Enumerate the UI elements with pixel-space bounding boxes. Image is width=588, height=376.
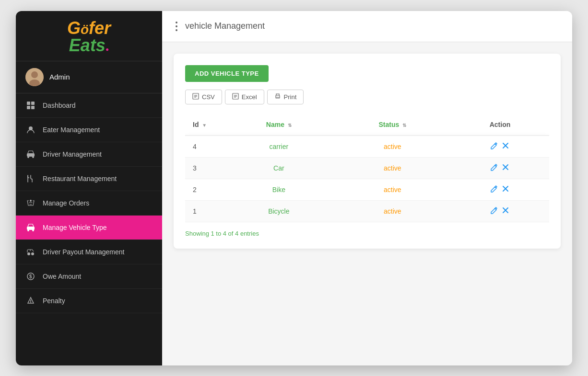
delete-button[interactable] xyxy=(502,142,509,151)
driver-management-icon xyxy=(25,149,36,160)
excel-button[interactable]: Excel xyxy=(225,90,264,104)
svg-point-16 xyxy=(31,252,34,255)
cell-name: Bike xyxy=(223,179,334,200)
add-vehicle-type-button[interactable]: ADD VEHICLE TYPE xyxy=(185,65,269,82)
edit-button[interactable] xyxy=(490,142,498,151)
topbar-menu-button[interactable] xyxy=(174,20,179,33)
svg-rect-3 xyxy=(27,102,30,105)
app-container: Göfer Eats● Admin xyxy=(16,11,572,365)
page-title: vehicle Management xyxy=(185,21,265,31)
cell-action xyxy=(451,179,549,200)
sidebar-item-restaurant-management-label: Restaurant Management xyxy=(43,175,117,182)
table-header: Id ▼ Name ⇅ Status ⇅ xyxy=(185,114,549,136)
id-sort-icon: ▼ xyxy=(202,123,207,128)
excel-label: Excel xyxy=(242,93,257,101)
svg-point-10 xyxy=(32,156,34,158)
table-row: 4 carrier active xyxy=(185,136,549,158)
menu-dot-1 xyxy=(176,22,177,23)
sidebar-item-dashboard-label: Dashboard xyxy=(43,102,76,109)
restaurant-management-icon xyxy=(25,173,36,184)
sidebar-item-dashboard[interactable]: Dashboard xyxy=(16,93,162,118)
sidebar: Göfer Eats● Admin xyxy=(16,11,162,365)
col-header-status[interactable]: Status ⇅ xyxy=(334,114,451,136)
table-body: 4 carrier active xyxy=(185,136,549,222)
cell-status: active xyxy=(334,179,451,200)
col-header-id[interactable]: Id ▼ xyxy=(185,114,223,136)
cell-status: active xyxy=(334,136,451,158)
sidebar-item-restaurant-management[interactable]: Restaurant Management xyxy=(16,167,162,191)
delete-button[interactable] xyxy=(502,185,509,194)
csv-icon xyxy=(192,93,199,101)
svg-text:$: $ xyxy=(29,274,32,279)
main-card: ADD VEHICLE TYPE CSV xyxy=(174,54,561,249)
svg-point-11 xyxy=(30,200,32,202)
main-content: vehicle Management ADD VEHICLE TYPE xyxy=(162,11,572,365)
penalty-icon xyxy=(25,296,36,306)
sidebar-item-driver-management-label: Driver Management xyxy=(43,150,102,158)
vehicle-table: Id ▼ Name ⇅ Status ⇅ xyxy=(185,114,549,222)
topbar: vehicle Management xyxy=(162,11,572,42)
driver-payout-icon xyxy=(25,247,36,257)
svg-point-13 xyxy=(27,229,29,231)
name-sort-icon: ⇅ xyxy=(288,123,292,128)
menu-dot-3 xyxy=(176,29,177,31)
table-footer: Showing 1 to 4 of 4 entries xyxy=(185,230,549,237)
edit-button[interactable] xyxy=(490,206,498,216)
sidebar-item-manage-vehicle-type[interactable]: Manage Vehicle Type xyxy=(16,216,162,240)
sidebar-admin[interactable]: Admin xyxy=(16,61,162,93)
cell-action xyxy=(451,200,549,222)
sidebar-item-penalty[interactable]: Penalty xyxy=(16,289,162,313)
svg-point-9 xyxy=(27,156,29,158)
table-row: 2 Bike active xyxy=(185,179,549,200)
sidebar-item-driver-payout[interactable]: Driver Payout Management xyxy=(16,240,162,264)
svg-point-15 xyxy=(27,252,30,255)
delete-button[interactable] xyxy=(502,206,509,216)
cell-action xyxy=(451,157,549,179)
cell-id: 3 xyxy=(185,157,223,179)
svg-rect-21 xyxy=(276,95,280,98)
cell-name: Car xyxy=(223,157,334,179)
delete-button[interactable] xyxy=(502,163,509,173)
edit-button[interactable] xyxy=(490,185,498,194)
sidebar-item-manage-orders[interactable]: Manage Orders xyxy=(16,191,162,216)
table-row: 3 Car active xyxy=(185,157,549,179)
svg-point-1 xyxy=(31,71,38,78)
content-area: ADD VEHICLE TYPE CSV xyxy=(162,42,572,365)
status-sort-icon: ⇅ xyxy=(402,123,406,128)
edit-button[interactable] xyxy=(490,163,498,173)
sidebar-item-manage-vehicle-type-label: Manage Vehicle Type xyxy=(43,224,107,231)
eater-management-icon xyxy=(25,125,36,135)
cell-action xyxy=(451,136,549,158)
cell-id: 2 xyxy=(185,179,223,200)
csv-button[interactable]: CSV xyxy=(185,90,222,104)
print-button[interactable]: Print xyxy=(267,90,304,104)
menu-dot-2 xyxy=(176,25,177,27)
col-header-name[interactable]: Name ⇅ xyxy=(223,114,334,136)
sidebar-item-penalty-label: Penalty xyxy=(43,297,65,305)
sidebar-item-driver-management[interactable]: Driver Management xyxy=(16,142,162,167)
cell-name: Bicycle xyxy=(223,200,334,222)
cell-id: 4 xyxy=(185,136,223,158)
col-header-action: Action xyxy=(451,114,549,136)
sidebar-item-eater-management[interactable]: Eater Management xyxy=(16,118,162,142)
print-label: Print xyxy=(284,93,297,101)
sidebar-item-manage-orders-label: Manage Orders xyxy=(43,199,89,207)
sidebar-item-driver-payout-label: Driver Payout Management xyxy=(43,248,124,256)
csv-label: CSV xyxy=(202,93,215,101)
vehicle-table-wrapper: Id ▼ Name ⇅ Status ⇅ xyxy=(185,114,549,222)
sidebar-item-owe-amount[interactable]: $ Owe Amount xyxy=(16,264,162,289)
cell-name: carrier xyxy=(223,136,334,158)
action-buttons xyxy=(459,185,541,194)
svg-rect-8 xyxy=(27,153,35,157)
manage-orders-icon xyxy=(25,198,36,208)
export-buttons: CSV Excel xyxy=(185,90,549,104)
print-icon xyxy=(274,93,281,101)
action-buttons xyxy=(459,142,541,151)
avatar-image xyxy=(25,68,44,86)
svg-rect-4 xyxy=(31,102,35,105)
table-row: 1 Bicycle active xyxy=(185,200,549,222)
svg-point-14 xyxy=(32,229,34,231)
action-buttons xyxy=(459,163,541,173)
sidebar-item-owe-amount-label: Owe Amount xyxy=(43,273,81,280)
dashboard-icon xyxy=(25,100,36,111)
